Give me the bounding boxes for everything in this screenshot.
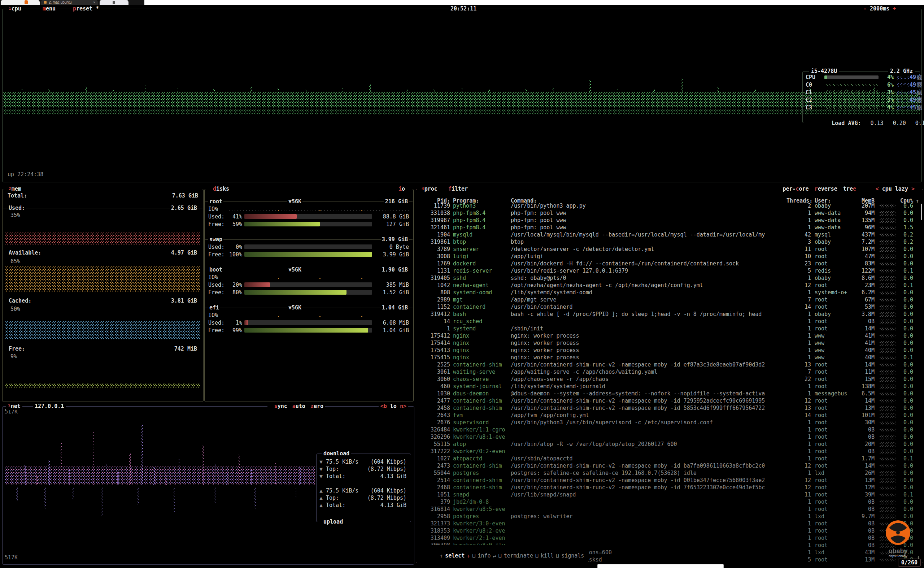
- process-row[interactable]: 319861btopbtop3obaby7.2M0.2: [419, 238, 921, 246]
- process-row[interactable]: 55115atop/usr/bin/atop -R -w /var/log/at…: [419, 441, 921, 448]
- process-row[interactable]: 319405sshdsshd: obaby@pts/01obaby8.6M0.0: [419, 275, 921, 282]
- process-row[interactable]: 321461php-fpm8.4php-fpm: pool www1www-da…: [419, 224, 921, 231]
- browser-tab-active[interactable]: 2. mac ubuntu ✕: [41, 0, 98, 5]
- process-row[interactable]: 175413nginxnginx: worker process1www40M0…: [419, 347, 921, 354]
- net-interface-switcher[interactable]: <b lo n>: [378, 403, 408, 410]
- process-row[interactable]: 2458containerd-shim/usr/bin/containerd-s…: [419, 405, 921, 412]
- disk-name[interactable]: efi: [208, 304, 220, 311]
- process-pid: 2473: [419, 462, 450, 470]
- process-program: kworker/2:1-even: [453, 535, 505, 542]
- process-row[interactable]: 1131redis-server/usr/bin/redis-server 12…: [419, 267, 921, 275]
- process-row[interactable]: 1769dockerd/usr/bin/dockerd -H fd:// --c…: [419, 260, 921, 267]
- proc-button-per-core[interactable]: per-core: [782, 186, 808, 192]
- process-row[interactable]: 317222kworker/0:2-even1root0B0.0: [419, 448, 921, 455]
- net-interface[interactable]: 127.0.0.1: [33, 403, 66, 410]
- process-mem-graph: [879, 233, 895, 237]
- process-row[interactable]: 2477containerd-shim/usr/bin/containerd-s…: [419, 397, 921, 405]
- core-percent: 4%: [879, 74, 894, 81]
- process-row[interactable]: 1904mysqld/usr/local/mysql/bin/mysqld --…: [419, 231, 921, 238]
- temperature-unit-glyph: 癮: [917, 81, 922, 88]
- select-down-icon[interactable]: ↓: [467, 553, 470, 559]
- net-panel-title[interactable]: 3net: [6, 403, 23, 410]
- process-row[interactable]: 1051snapd/usr/lib/snapd/snapd11root39M0.…: [419, 491, 921, 498]
- interval-plus-button[interactable]: +: [889, 5, 896, 12]
- process-cpu: 0.0: [894, 318, 913, 325]
- disks-panel-title[interactable]: disks: [211, 185, 231, 192]
- process-row[interactable]: 1152containerd/usr/bin/containerd14root5…: [419, 303, 921, 311]
- browser-tab-partial[interactable]: [99, 0, 128, 5]
- menu-button[interactable]: menu: [41, 5, 57, 12]
- process-cpu: 0.0: [894, 426, 913, 433]
- net-up-spike: [275, 462, 276, 485]
- process-row[interactable]: 3060chaos-serve/app/chaos-serve -r /app/…: [419, 376, 921, 383]
- process-row[interactable]: 2468containerd-shim/usr/bin/containerd-s…: [419, 484, 921, 491]
- net-button-auto[interactable]: auto: [292, 403, 305, 409]
- signals-button[interactable]: signals: [561, 553, 584, 559]
- disk-free-bar: [244, 222, 372, 227]
- disk-free-value: 3.99 GiB: [383, 251, 409, 258]
- process-command: /usr/bin/containerd: [511, 303, 797, 311]
- process-row[interactable]: 460systemd-journal/lib/systemd/systemd-j…: [419, 383, 921, 390]
- process-row[interactable]: 331038php-fpm8.4php-fpm: pool www1www-da…: [419, 210, 921, 217]
- process-row[interactable]: 1030dbus-daemon@dbus-daemon --system --a…: [419, 390, 921, 397]
- browser-tab-first[interactable]: [1, 0, 40, 5]
- process-row[interactable]: 55044postgrespostgres: safeline-ce safel…: [419, 470, 921, 477]
- proc-button-reverse[interactable]: reverse: [815, 186, 837, 192]
- disk-name[interactable]: boot: [208, 266, 223, 273]
- process-row[interactable]: 316814kworker/u8:5-eve1root0B0.0: [419, 506, 921, 513]
- process-row[interactable]: 319412bashbash -c while [ -d /proc/$PPID…: [419, 311, 921, 318]
- process-list[interactable]: 11739python3/usr/bin/python3 app.py2obab…: [416, 202, 922, 563]
- process-row[interactable]: 808systemd-oomd/lib/systemd/systemd-oomd…: [419, 289, 921, 296]
- info-button[interactable]: info: [478, 553, 490, 559]
- interval-minus-button[interactable]: -: [863, 5, 870, 12]
- proc-sort-selector[interactable]: < cpu lazy >: [874, 185, 916, 192]
- process-row[interactable]: 2989mgt/app/mgt serve7root67M0.0: [419, 296, 921, 303]
- process-row[interactable]: 3061waiting-serve/app/waiting-serve -c /…: [419, 368, 921, 376]
- select-up-icon[interactable]: ↑: [440, 553, 443, 559]
- net-button-sync[interactable]: sync: [274, 403, 287, 409]
- process-row[interactable]: 313409kworker/2:1-even1root0B0.0: [419, 535, 921, 542]
- process-pid: 2643: [419, 412, 450, 419]
- terminate-button[interactable]: terminate: [504, 553, 533, 559]
- process-row[interactable]: 318353kworker/u8:2-eve1root0B0.0: [419, 527, 921, 535]
- process-row[interactable]: 2958postgrespostgres: walwriter1lxd9.7M0…: [419, 513, 921, 520]
- process-row[interactable]: 1042nezha-agent/opt/nezha/agent/nezha-ag…: [419, 282, 921, 289]
- process-row[interactable]: 326296kworker/u8:1-eve1root0B0.0: [419, 433, 921, 441]
- process-row[interactable]: 2473containerd-shim/usr/bin/containerd-s…: [419, 462, 921, 470]
- process-row[interactable]: 321373kworker/3:0-even1root0B0.0: [419, 520, 921, 527]
- net-button-zero[interactable]: zero: [311, 403, 323, 409]
- process-row[interactable]: 379jbd2/dm-0-81root0B0.0: [419, 498, 921, 506]
- process-row[interactable]: 3789snserver/detector/snserver -c /detec…: [419, 246, 921, 253]
- process-user: root: [815, 441, 828, 448]
- cpu-panel-title[interactable]: 1cpu: [7, 5, 23, 12]
- process-row[interactable]: 3008luigi/app/luigi10root47M0.0: [419, 253, 921, 260]
- process-row[interactable]: 1027atopacctd/usr/sbin/atopacctd1root1.7…: [419, 455, 921, 462]
- disk-name[interactable]: root: [208, 198, 223, 205]
- process-row[interactable]: 326484kworker/1:1-cgro1root0B0.0: [419, 426, 921, 433]
- select-button[interactable]: select: [445, 553, 464, 559]
- process-row[interactable]: 2525containerd-shim/usr/bin/containerd-s…: [419, 361, 921, 368]
- proc-filter-button[interactable]: filter: [446, 185, 470, 192]
- net-download-row: ▼75.5 KiB/s(604 Kibps): [317, 458, 410, 465]
- proc-button-tree[interactable]: tree: [843, 186, 856, 192]
- kill-button[interactable]: kill: [541, 553, 554, 559]
- process-program: dbus-daemon: [453, 390, 489, 397]
- tab-close-icon[interactable]: ✕: [93, 0, 95, 5]
- process-row[interactable]: 2676supervisord/usr/bin/python3 /usr/bin…: [419, 419, 921, 426]
- process-row[interactable]: 2643fvm/app/fvm /app/config.yml14root101…: [419, 412, 921, 419]
- proc-scrollbar-thumb[interactable]: [921, 204, 922, 220]
- disk-name[interactable]: swap: [208, 236, 223, 243]
- process-command: /detector/snserver -c /detector/detector…: [511, 246, 797, 253]
- process-row[interactable]: 175415nginxnginx: worker process1www40M0…: [419, 354, 921, 361]
- process-row[interactable]: 175412nginxnginx: worker process1www41M0…: [419, 332, 921, 340]
- mem-panel-title[interactable]: 2mem: [7, 185, 23, 192]
- process-row[interactable]: 319987php-fpm8.4php-fpm: pool www1www-da…: [419, 217, 921, 224]
- disks-io-toggle[interactable]: io: [396, 185, 407, 192]
- proc-panel-title[interactable]: 4proc: [420, 185, 439, 192]
- process-row[interactable]: 14rcu_sched1root0B0.0: [419, 318, 921, 325]
- process-row[interactable]: 175414nginxnginx: worker process1www41M0…: [419, 340, 921, 347]
- preset-button[interactable]: preset *: [71, 5, 101, 12]
- process-row[interactable]: 1systemd/sbin/init1root14M0.0: [419, 325, 921, 332]
- process-row[interactable]: 11739python3/usr/bin/python3 app.py2obab…: [419, 202, 921, 210]
- process-row[interactable]: 2514containerd-shim/usr/bin/containerd-s…: [419, 477, 921, 484]
